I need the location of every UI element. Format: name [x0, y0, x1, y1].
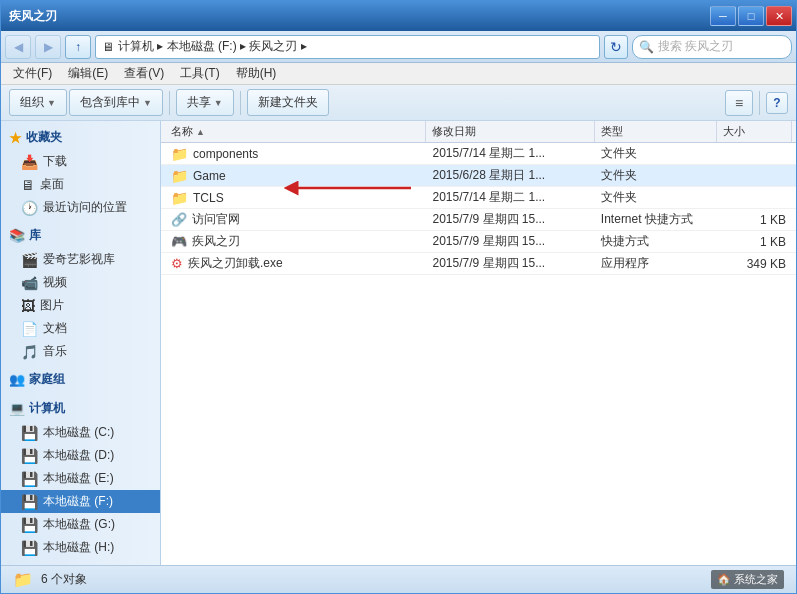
watermark-text: 系统之家 [734, 573, 778, 585]
sidebar-item-video-label: 视频 [43, 274, 67, 291]
minimize-button[interactable]: ─ [710, 6, 736, 26]
status-folder-icon: 📁 [13, 570, 33, 589]
organize-label: 组织 [20, 94, 44, 111]
homegroup-header[interactable]: 👥 家庭组 [1, 367, 160, 392]
include-library-button[interactable]: 包含到库中 ▼ [69, 89, 163, 116]
sidebar-drive-f[interactable]: 💾 本地磁盘 (F:) [1, 490, 160, 513]
file-list: 📁 components 2015/7/14 星期二 1... 文件夹 📁 Ga… [161, 143, 796, 565]
homegroup-label: 家庭组 [29, 371, 65, 388]
sidebar-item-download-label: 下载 [43, 153, 67, 170]
file-type-components: 文件夹 [595, 145, 717, 162]
homegroup-section: 👥 家庭组 [1, 367, 160, 392]
documents-icon: 📄 [21, 321, 38, 337]
file-name-game: 📁 Game [165, 168, 426, 184]
favorites-label: 收藏夹 [26, 129, 62, 146]
col-header-date[interactable]: 修改日期 [426, 121, 594, 142]
menu-tools[interactable]: 工具(T) [172, 63, 227, 84]
drive-d-icon: 💾 [21, 448, 38, 464]
col-header-type[interactable]: 类型 [595, 121, 717, 142]
sidebar-item-music-label: 音乐 [43, 343, 67, 360]
maximize-button[interactable]: □ [738, 6, 764, 26]
col-size-label: 大小 [723, 124, 745, 139]
sidebar-item-iqiyi-label: 爱奇艺影视库 [43, 251, 115, 268]
sidebar-drive-g[interactable]: 💾 本地磁盘 (G:) [1, 513, 160, 536]
file-type-game: 文件夹 [595, 167, 717, 184]
computer-icon: 💻 [9, 401, 25, 416]
sidebar-item-video[interactable]: 📹 视频 [1, 271, 160, 294]
close-button[interactable]: ✕ [766, 6, 792, 26]
file-name-text: TCLS [193, 191, 224, 205]
file-date-game: 2015/6/28 星期日 1... [426, 167, 594, 184]
view-button[interactable]: ≡ [725, 90, 753, 116]
col-header-name[interactable]: 名称 ▲ [165, 121, 426, 142]
table-row[interactable]: 📁 components 2015/7/14 星期二 1... 文件夹 [161, 143, 796, 165]
file-name-text: 访问官网 [192, 211, 240, 228]
organize-button[interactable]: 组织 ▼ [9, 89, 67, 116]
sidebar-drive-c-label: 本地磁盘 (C:) [43, 424, 114, 441]
table-row[interactable]: 📁 Game 2015/6/28 星期日 1... 文件夹 [161, 165, 796, 187]
video-icon: 📹 [21, 275, 38, 291]
menu-view[interactable]: 查看(V) [116, 63, 172, 84]
toolbar-separator-2 [240, 91, 241, 115]
sidebar-item-desktop[interactable]: 🖥 桌面 [1, 173, 160, 196]
library-header[interactable]: 📚 库 [1, 223, 160, 248]
file-name-text: components [193, 147, 258, 161]
col-header-size[interactable]: 大小 [717, 121, 792, 142]
search-icon: 🔍 [639, 40, 654, 54]
new-folder-button[interactable]: 新建文件夹 [247, 89, 329, 116]
sidebar-drive-e[interactable]: 💾 本地磁盘 (E:) [1, 467, 160, 490]
watermark: 🏠 系统之家 [711, 570, 784, 589]
search-box[interactable]: 🔍 搜索 疾风之刃 [632, 35, 792, 59]
star-icon: ★ [9, 130, 22, 146]
table-row[interactable]: 🎮 疾风之刃 2015/7/9 星期四 15... 快捷方式 1 KB [161, 231, 796, 253]
help-button[interactable]: ? [766, 92, 788, 114]
col-date-label: 修改日期 [432, 124, 476, 139]
sidebar-item-iqiyi[interactable]: 🎬 爱奇艺影视库 [1, 248, 160, 271]
sidebar-item-download[interactable]: 📥 下载 [1, 150, 160, 173]
file-name-components: 📁 components [165, 146, 426, 162]
file-date-jfzr: 2015/7/9 星期四 15... [426, 233, 594, 250]
computer-label: 计算机 [29, 400, 65, 417]
drive-f-icon: 💾 [21, 494, 38, 510]
watermark-icon: 🏠 [717, 573, 731, 585]
col-name-label: 名称 [171, 124, 193, 139]
up-button[interactable]: ↑ [65, 35, 91, 59]
sidebar-drive-d[interactable]: 💾 本地磁盘 (D:) [1, 444, 160, 467]
favorites-header[interactable]: ★ 收藏夹 [1, 125, 160, 150]
library-label: 库 [29, 227, 41, 244]
toolbar: 组织 ▼ 包含到库中 ▼ 共享 ▼ 新建文件夹 ≡ ? [1, 85, 796, 121]
table-row[interactable]: 📁 TCLS 2015/7/14 星期二 1... 文件夹 [161, 187, 796, 209]
search-placeholder: 搜索 疾风之刃 [658, 38, 733, 55]
sidebar-item-documents[interactable]: 📄 文档 [1, 317, 160, 340]
share-arrow: ▼ [214, 98, 223, 108]
computer-header[interactable]: 💻 计算机 [1, 396, 160, 421]
sidebar-item-music[interactable]: 🎵 音乐 [1, 340, 160, 363]
sidebar-drive-h[interactable]: 💾 本地磁盘 (H:) [1, 536, 160, 559]
sidebar-item-pictures[interactable]: 🖼 图片 [1, 294, 160, 317]
sidebar-item-recent[interactable]: 🕐 最近访问的位置 [1, 196, 160, 219]
sidebar-item-recent-label: 最近访问的位置 [43, 199, 127, 216]
file-name-text: Game [193, 169, 226, 183]
table-row[interactable]: ⚙ 疾风之刃卸载.exe 2015/7/9 星期四 15... 应用程序 349… [161, 253, 796, 275]
download-icon: 📥 [21, 154, 38, 170]
file-name-jfzr: 🎮 疾风之刃 [165, 233, 426, 250]
sidebar: ★ 收藏夹 📥 下载 🖥 桌面 🕐 最近访问的位置 [1, 121, 161, 565]
breadcrumb[interactable]: 🖥 计算机 ▸ 本地磁盘 (F:) ▸ 疾风之刃 ▸ [95, 35, 600, 59]
menu-edit[interactable]: 编辑(E) [60, 63, 116, 84]
table-row[interactable]: 🔗 访问官网 2015/7/9 星期四 15... Internet 快捷方式 … [161, 209, 796, 231]
share-button[interactable]: 共享 ▼ [176, 89, 234, 116]
file-size-jfzr: 1 KB [717, 235, 792, 249]
breadcrumb-text: 计算机 ▸ 本地磁盘 (F:) ▸ 疾风之刃 ▸ [118, 38, 307, 55]
sidebar-drive-c[interactable]: 💾 本地磁盘 (C:) [1, 421, 160, 444]
refresh-button[interactable]: ↻ [604, 35, 628, 59]
menu-file[interactable]: 文件(F) [5, 63, 60, 84]
menu-help[interactable]: 帮助(H) [228, 63, 285, 84]
music-icon: 🎵 [21, 344, 38, 360]
pictures-icon: 🖼 [21, 298, 35, 314]
back-button[interactable]: ◀ [5, 35, 31, 59]
folder-icon: 📁 [171, 168, 188, 184]
forward-button[interactable]: ▶ [35, 35, 61, 59]
file-area: 名称 ▲ 修改日期 类型 大小 [161, 121, 796, 565]
column-headers: 名称 ▲ 修改日期 类型 大小 [161, 121, 796, 143]
file-name-text: 疾风之刃 [192, 233, 240, 250]
